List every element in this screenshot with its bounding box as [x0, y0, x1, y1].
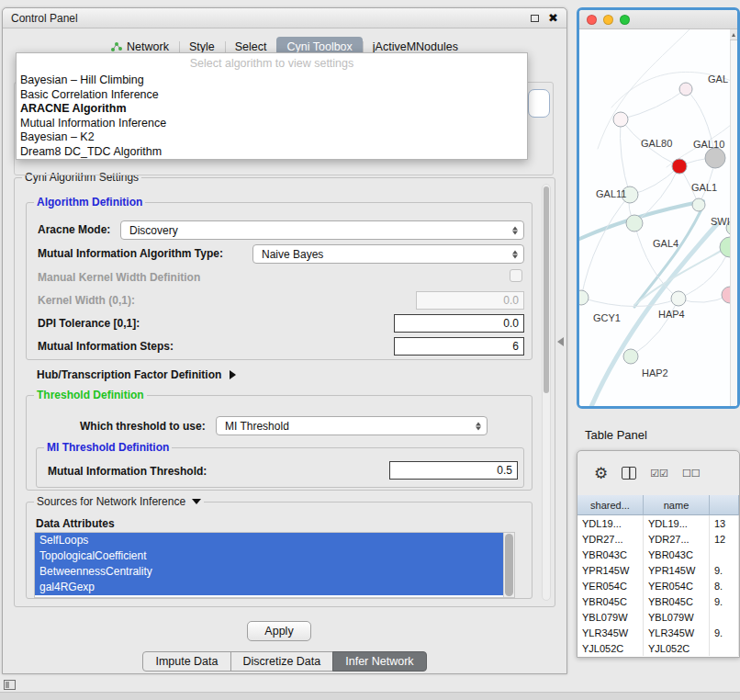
table-row[interactable]: YDL19...YDL19...13	[577, 515, 739, 531]
float-window-icon[interactable]	[531, 15, 539, 22]
tab-label: Cyni Toolbox	[286, 40, 352, 53]
data-attributes-items: SelfLoopsTopologicalCoefficientBetweenne…	[35, 533, 514, 595]
threshold-definition-title: Threshold Definition	[34, 389, 147, 401]
algorithm-option-dream8-dc-tdc-algorithm[interactable]: Dream8 DC_TDC Algorithm	[17, 145, 527, 160]
network-view-window: GAL80GAL10GALGAL11GAL1GAL4SWI4GCY1HAP4HA…	[577, 7, 740, 409]
attribute-item-gal4rgexp[interactable]: gal4RGexp	[35, 580, 503, 595]
close-icon[interactable]: ✖	[548, 12, 558, 24]
network-window-titlebar	[579, 10, 737, 29]
hub-transcription-factor-toggle[interactable]: Hub/Transcription Factor Definition	[37, 368, 236, 381]
node-label-gal80: GAL80	[641, 138, 672, 149]
table-row[interactable]: YDR27...YDR27...12	[577, 531, 739, 547]
table-cell: YBR043C	[644, 547, 710, 562]
tab-label: Style	[189, 40, 215, 53]
bottom-tab-bar: Impute DataDiscretize DataInfer Network	[3, 651, 566, 672]
kernel-width-input	[416, 291, 524, 310]
column-header-shared[interactable]: shared...	[577, 495, 644, 515]
node-label-hap4: HAP4	[658, 309, 685, 320]
table-cell: YPR145W	[577, 562, 644, 578]
table-cell: YJL052C	[644, 640, 710, 656]
table-cell: YDL19...	[577, 515, 644, 531]
column-header-extra[interactable]	[710, 495, 739, 515]
columns-icon[interactable]	[622, 467, 636, 480]
table-row[interactable]: YBR045CYBR045C9.	[577, 593, 739, 609]
network-node-hap4[interactable]	[671, 291, 686, 306]
network-canvas[interactable]: GAL80GAL10GALGAL11GAL1GAL4SWI4GCY1HAP4HA…	[579, 29, 737, 406]
column-header-name[interactable]: name	[644, 495, 710, 515]
network-node-gcy1[interactable]	[579, 290, 589, 305]
table-cell: YBL079W	[577, 609, 644, 625]
network-node-gal[interactable]	[705, 148, 725, 168]
network-edge	[581, 298, 678, 307]
aracne-mode-label: Aracne Mode:	[38, 223, 110, 236]
algorithm-option-bayesian-hill-climbing[interactable]: Bayesian – Hill Climbing	[17, 73, 527, 88]
mi-threshold-input[interactable]	[389, 461, 518, 480]
settings-scrollbar-thumb[interactable]	[544, 186, 549, 393]
table-cell: YJL052C	[577, 640, 644, 656]
network-scrollbar[interactable]	[730, 29, 737, 406]
tab-label: jActiveMNodules	[373, 40, 458, 53]
network-node-gal80[interactable]	[613, 112, 628, 127]
table-cell: YDR27...	[577, 531, 644, 547]
hide-columns-icon[interactable]: ☐☐	[682, 469, 701, 479]
bottom-tab-discretize-data[interactable]: Discretize Data	[230, 651, 334, 672]
manual-kernel-width-label: Manual Kernel Width Definition	[38, 271, 200, 284]
network-edge	[598, 29, 690, 149]
algorithm-option-bayesian-k2[interactable]: Bayesian – K2	[17, 130, 527, 145]
bottom-tab-impute-data[interactable]: Impute Data	[142, 651, 230, 672]
scroll-up-icon[interactable]	[730, 29, 737, 40]
which-threshold-combobox[interactable]: MI Threshold	[216, 416, 488, 435]
algorithm-option-aracne-algorithm[interactable]: ARACNE Algorithm	[17, 102, 527, 117]
table-row[interactable]: YBR043CYBR043C	[577, 547, 739, 562]
list-scrollbar[interactable]	[503, 533, 514, 597]
traffic-lights	[587, 15, 630, 25]
attribute-item-selfloops[interactable]: SelfLoops	[35, 533, 503, 548]
bottom-tab-infer-network[interactable]: Infer Network	[332, 651, 426, 672]
select-columns-icon[interactable]: ☑☑	[650, 469, 668, 479]
network-node-gal4[interactable]	[626, 215, 643, 231]
data-attributes-label: Data Attributes	[36, 517, 115, 530]
table-cell: 8.	[710, 578, 739, 593]
attribute-item-betweennesscentrality[interactable]: BetweennessCentrality	[35, 564, 503, 580]
aracne-mode-value: Discovery	[129, 224, 178, 237]
list-scrollbar-thumb[interactable]	[505, 534, 513, 596]
algorithm-definition-title: Algorithm Definition	[34, 196, 145, 209]
sources-group-title[interactable]: Sources for Network Inference	[34, 495, 204, 508]
network-node[interactable]	[679, 83, 692, 96]
algorithm-dropdown-popup: Select algorithm to view settings Bayesi…	[16, 52, 528, 160]
table-row[interactable]: YJL052CYJL052C	[577, 640, 739, 656]
mi-steps-input[interactable]	[394, 337, 524, 356]
sources-group: Sources for Network Inference Data Attri…	[26, 502, 533, 599]
algorithm-definition-group: Algorithm Definition Aracne Mode: Discov…	[26, 202, 533, 360]
network-node-gal1[interactable]	[692, 198, 705, 211]
mi-steps-label: Mutual Information Steps:	[38, 340, 174, 353]
zoom-traffic-button[interactable]	[620, 15, 630, 25]
combo-arrows-icon	[512, 226, 518, 234]
table-row[interactable]: YLR345WYLR345W9.	[577, 625, 739, 640]
table-row[interactable]: YBL079WYBL079W	[577, 609, 739, 625]
splitter-collapse-arrow[interactable]	[557, 337, 564, 346]
kernel-width-label: Kernel Width (0,1):	[38, 294, 135, 307]
minimize-traffic-button[interactable]	[603, 15, 613, 25]
algorithm-option-basic-correlation-inference[interactable]: Basic Correlation Inference	[17, 88, 527, 103]
attribute-item-topologicalcoefficient[interactable]: TopologicalCoefficient	[35, 548, 503, 564]
mi-algorithm-type-combobox[interactable]: Naive Bayes	[252, 244, 524, 264]
desktop: Control Panel ✖ NetworkStyleSelectCyni T…	[0, 0, 740, 700]
table-cell: YER054C	[644, 578, 710, 593]
tab-label: Select	[235, 40, 267, 53]
network-node-hap2[interactable]	[623, 349, 638, 364]
window-bottom-edge	[0, 692, 740, 700]
restore-panel-icon[interactable]	[4, 680, 16, 690]
settings-scrollbar[interactable]	[542, 184, 551, 601]
dpi-tolerance-input[interactable]	[394, 314, 524, 333]
aracne-mode-combobox[interactable]: Discovery	[120, 220, 524, 240]
network-node-gal10[interactable]	[672, 159, 687, 174]
network-edge	[634, 223, 678, 299]
close-traffic-button[interactable]	[587, 15, 597, 25]
gear-icon[interactable]: ⚙	[594, 466, 608, 481]
table-row[interactable]: YER054CYER054C8.	[577, 578, 739, 593]
table-panel-title: Table Panel	[585, 428, 647, 442]
algorithm-option-mutual-information-inference[interactable]: Mutual Information Inference	[17, 117, 527, 131]
apply-button[interactable]: Apply	[247, 621, 311, 641]
table-row[interactable]: YPR145WYPR145W9.	[577, 562, 739, 578]
